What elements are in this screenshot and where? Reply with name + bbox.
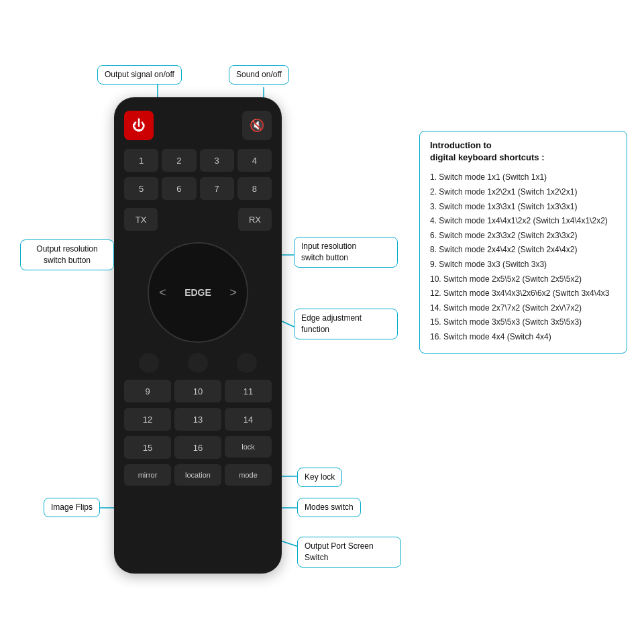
- main-container: ⏻ 🔇 1 2 3 4 5 6 7 8 TX RX < EDGE >: [0, 0, 644, 644]
- list-item: 2. Switch mode 1x2\2x1 (Switch 1x2\2x1): [430, 185, 616, 200]
- num-btn-9[interactable]: 9: [124, 380, 171, 402]
- num-btn-8[interactable]: 8: [237, 177, 272, 200]
- num-btn-11[interactable]: 11: [225, 380, 272, 402]
- info-box: Introduction to digital keyboard shortcu…: [419, 131, 627, 354]
- annotation-modes-switch: Modes switch: [297, 498, 361, 517]
- annotation-input-resolution: Input resolution switch button: [294, 237, 398, 268]
- tx-rx-row: TX RX: [124, 208, 272, 231]
- num-btn-6[interactable]: 6: [162, 177, 196, 200]
- num-btn-14[interactable]: 14: [225, 408, 272, 431]
- list-item: 15. Switch mode 3x5\5x3 (Switch 3x5\5x3): [430, 315, 616, 330]
- num-btn-7[interactable]: 7: [200, 177, 234, 200]
- dot-middle: [188, 353, 208, 373]
- num-btn-1[interactable]: 1: [124, 149, 158, 172]
- num-btn-15[interactable]: 15: [124, 436, 171, 459]
- list-item: 10. Switch mode 2x5\5x2 (Switch 2x5\5x2): [430, 272, 616, 287]
- num-btn-13[interactable]: 13: [174, 408, 221, 431]
- num-grid-2: 5 6 7 8: [124, 177, 272, 200]
- bottom-row-2: mirror location mode: [124, 464, 272, 486]
- mirror-button[interactable]: mirror: [124, 464, 171, 486]
- remote-top-row: ⏻ 🔇: [124, 111, 272, 140]
- num-btn-2[interactable]: 2: [162, 149, 196, 172]
- mode-button[interactable]: mode: [225, 464, 272, 486]
- num-btn-5[interactable]: 5: [124, 177, 158, 200]
- annotation-sound: Sound on/off: [229, 65, 289, 85]
- list-item: 4. Switch mode 1x4\4x1\2x2 (Switch 1x4\4…: [430, 214, 616, 229]
- list-item: 8. Switch mode 2x4\4x2 (Switch 2x4\4x2): [430, 243, 616, 258]
- info-list: 1. Switch mode 1x1 (Switch 1x1) 2. Switc…: [430, 170, 616, 344]
- list-item: 14. Switch mode 2x7\7x2 (Switch 2x\/\7x2…: [430, 301, 616, 316]
- num-btn-4[interactable]: 4: [237, 149, 272, 172]
- num-grid-3: 9 10 11: [124, 380, 272, 402]
- annotation-key-lock: Key lock: [297, 468, 342, 487]
- edge-label: EDGE: [184, 287, 211, 298]
- location-button[interactable]: location: [174, 464, 221, 486]
- dots-row: [124, 353, 272, 373]
- sound-button[interactable]: 🔇: [242, 111, 272, 140]
- annotation-image-flips: Image Flips: [44, 498, 100, 517]
- annotation-output-port: Output Port Screen Switch: [297, 537, 401, 568]
- remote-control: ⏻ 🔇 1 2 3 4 5 6 7 8 TX RX < EDGE >: [114, 97, 282, 574]
- list-item: 3. Switch mode 1x3\3x1 (Switch 1x3\3x1): [430, 200, 616, 215]
- rx-button[interactable]: RX: [238, 208, 272, 231]
- num-btn-12[interactable]: 12: [124, 408, 171, 431]
- num-btn-3[interactable]: 3: [200, 149, 234, 172]
- num-btn-16[interactable]: 16: [174, 436, 221, 459]
- list-item: 9. Switch mode 3x3 (Switch 3x3): [430, 258, 616, 272]
- num-btn-10[interactable]: 10: [174, 380, 221, 402]
- annotation-edge-adjustment: Edge adjustment function: [294, 309, 398, 339]
- arrow-left-icon[interactable]: <: [159, 286, 166, 300]
- tx-button[interactable]: TX: [124, 208, 158, 231]
- dot-right: [237, 353, 257, 373]
- list-item: 12. Switch mode 3x4\4x3\2x6\6x2 (Switch …: [430, 286, 616, 301]
- arrow-right-icon[interactable]: >: [229, 286, 237, 300]
- list-item: 6. Switch mode 2x3\3x2 (Switch 2x3\3x2): [430, 229, 616, 244]
- num-grid-1: 1 2 3 4: [124, 149, 272, 172]
- list-item: 1. Switch mode 1x1 (Switch 1x1): [430, 170, 616, 185]
- lock-button[interactable]: lock: [225, 436, 272, 458]
- dot-left: [139, 353, 159, 373]
- list-item: 16. Switch mode 4x4 (Switch 4x4): [430, 330, 616, 345]
- edge-circle: < EDGE >: [148, 242, 248, 343]
- power-button[interactable]: ⏻: [124, 111, 154, 140]
- bottom-row-1: 15 16 lock: [124, 436, 272, 459]
- annotation-output-signal: Output signal on/off: [97, 65, 182, 85]
- num-grid-4: 12 13 14: [124, 408, 272, 431]
- info-box-title: Introduction to digital keyboard shortcu…: [430, 140, 616, 164]
- annotation-output-resolution: Output resolution switch button: [20, 239, 114, 270]
